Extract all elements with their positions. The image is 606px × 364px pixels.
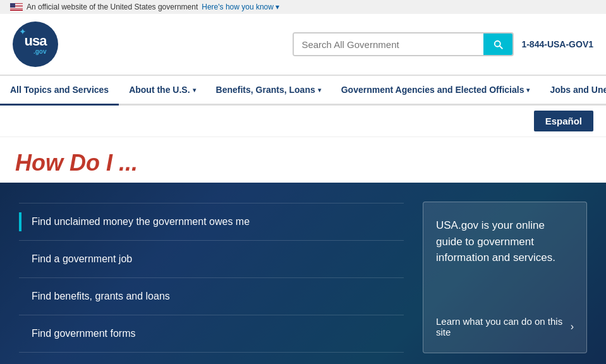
hero-link-item[interactable]: Find benefits, grants and loans: [19, 278, 404, 315]
link-bar-accent: [19, 250, 21, 269]
nav-item-government: Government Agencies and Elected Official…: [331, 76, 540, 104]
search-button[interactable]: [483, 33, 512, 55]
nav-item-about: About the U.S. ▾: [119, 76, 205, 104]
chevron-down-icon: ▾: [526, 87, 530, 94]
nav-item-all-topics: All Topics and Services: [0, 76, 119, 104]
search-area: 1-844-USA-GOV1: [293, 32, 593, 56]
espanol-bar: Español: [0, 106, 606, 137]
logo-circle: ✦ usa .gov: [13, 21, 58, 67]
logo[interactable]: ✦ usa .gov: [13, 21, 58, 67]
nav-link-government[interactable]: Government Agencies and Elected Official…: [331, 76, 540, 104]
nav-list: All Topics and Services About the U.S. ▾…: [0, 76, 606, 104]
chevron-down-icon: ▾: [193, 87, 196, 94]
hero-section: Find unclaimed money the government owes…: [0, 183, 606, 364]
hero-link-item[interactable]: Find a government job: [19, 241, 404, 278]
gov-banner: An official website of the United States…: [0, 0, 606, 14]
hero-links: Find unclaimed money the government owes…: [19, 202, 404, 353]
link-bar-accent: [19, 287, 21, 306]
arrow-right-icon: ›: [571, 321, 574, 332]
how-to-know-link[interactable]: Here's how you know ▾: [202, 3, 279, 11]
us-flag-icon: [10, 3, 23, 11]
hero-card-link[interactable]: Learn what you can do on this site ›: [436, 316, 574, 337]
logo-sub-text: .gov: [25, 48, 47, 55]
nav-link-jobs[interactable]: Jobs and Unemployment ▾: [540, 76, 606, 104]
banner-text: An official website of the United States…: [27, 3, 198, 11]
search-icon: [492, 39, 504, 50]
hero-link-item[interactable]: Find government forms: [19, 315, 404, 353]
search-input[interactable]: [294, 33, 483, 55]
logo-main-text: usa: [25, 33, 47, 49]
main-nav: All Topics and Services About the U.S. ▾…: [0, 75, 606, 106]
nav-link-benefits[interactable]: Benefits, Grants, Loans ▾: [206, 76, 331, 104]
chevron-down-icon: ▾: [318, 87, 321, 94]
hero-card-description: USA.gov is your online guide to governme…: [436, 217, 574, 266]
how-do-i-title: How Do I ...: [15, 150, 591, 176]
nav-item-benefits: Benefits, Grants, Loans ▾: [206, 76, 331, 104]
nav-link-about[interactable]: About the U.S. ▾: [119, 76, 205, 104]
nav-link-all-topics[interactable]: All Topics and Services: [0, 76, 119, 106]
logo-star-icon: ✦: [19, 27, 27, 37]
link-bar-accent: [19, 212, 21, 231]
how-do-i-section: How Do I ...: [0, 137, 606, 183]
phone-link[interactable]: 1-844-USA-GOV1: [521, 39, 593, 49]
search-box: [293, 32, 514, 56]
logo-text-block: usa .gov: [25, 34, 47, 55]
hero-info-card: USA.gov is your online guide to governme…: [423, 202, 587, 353]
hero-content: Find unclaimed money the government owes…: [0, 183, 606, 364]
link-bar-accent: [19, 324, 21, 343]
site-header: ✦ usa .gov 1-844-USA-GOV1: [0, 14, 606, 75]
hero-link-item[interactable]: Find unclaimed money the government owes…: [19, 203, 404, 241]
espanol-button[interactable]: Español: [534, 111, 593, 131]
nav-item-jobs: Jobs and Unemployment ▾: [540, 76, 606, 104]
